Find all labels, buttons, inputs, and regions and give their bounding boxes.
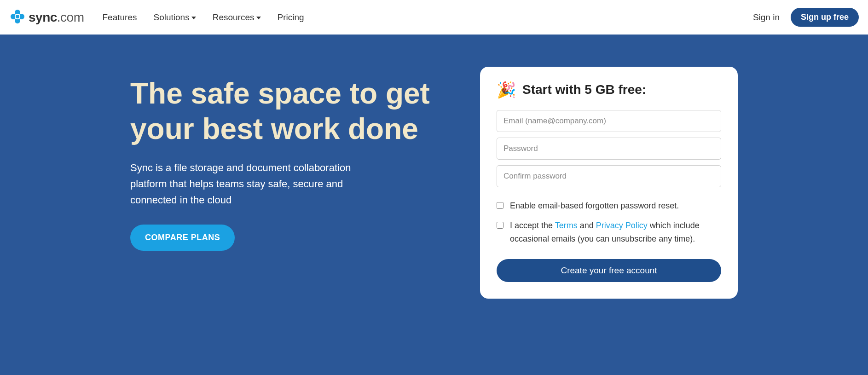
- chevron-down-icon: [256, 17, 261, 19]
- enable-reset-checkbox[interactable]: [497, 202, 503, 209]
- nav-features[interactable]: Features: [103, 12, 137, 23]
- nav-features-label: Features: [103, 12, 137, 23]
- accept-terms-checkbox[interactable]: [497, 222, 503, 229]
- main-nav: Features Solutions Resources Pricing: [103, 12, 304, 23]
- signup-card-title: 🎉 Start with 5 GB free:: [497, 81, 721, 99]
- signup-button[interactable]: Sign up free: [791, 8, 859, 27]
- party-icon: 🎉: [497, 81, 516, 99]
- signup-card-title-text: Start with 5 GB free:: [522, 82, 646, 97]
- hero-title: The safe space to get your best work don…: [130, 76, 452, 147]
- confirm-password-field[interactable]: [497, 165, 721, 187]
- nav-pricing-label: Pricing: [278, 12, 304, 23]
- and-text: and: [578, 221, 596, 230]
- hero-left: The safe space to get your best work don…: [130, 67, 452, 251]
- accept-terms-row: I accept the Terms and Privacy Policy wh…: [497, 219, 721, 246]
- terms-link[interactable]: Terms: [555, 221, 578, 230]
- nav-resources-label: Resources: [213, 12, 255, 23]
- chevron-down-icon: [191, 17, 196, 19]
- header-actions: Sign in Sign up free: [753, 8, 859, 27]
- email-field[interactable]: [497, 110, 721, 132]
- enable-reset-label: Enable email-based forgotten password re…: [510, 199, 721, 213]
- logo[interactable]: sync.com: [9, 8, 84, 27]
- accept-prefix-text: I accept the: [510, 221, 555, 230]
- logo-text: sync.com: [29, 10, 84, 25]
- hero-section: The safe space to get your best work don…: [0, 35, 868, 375]
- nav-resources[interactable]: Resources: [213, 12, 261, 23]
- nav-solutions-label: Solutions: [154, 12, 190, 23]
- enable-reset-row: Enable email-based forgotten password re…: [497, 199, 721, 213]
- nav-solutions[interactable]: Solutions: [154, 12, 196, 23]
- privacy-link[interactable]: Privacy Policy: [596, 221, 648, 230]
- signup-card: 🎉 Start with 5 GB free: Enable email-bas…: [480, 67, 738, 299]
- signin-link[interactable]: Sign in: [753, 12, 780, 23]
- nav-pricing[interactable]: Pricing: [278, 12, 304, 23]
- accept-terms-label: I accept the Terms and Privacy Policy wh…: [510, 219, 721, 246]
- site-header: sync.com Features Solutions Resources Pr…: [0, 0, 868, 35]
- hero-subtitle: Sync is a file storage and document coll…: [130, 160, 379, 208]
- svg-point-5: [16, 15, 19, 18]
- password-field[interactable]: [497, 138, 721, 160]
- create-account-button[interactable]: Create your free account: [497, 259, 721, 282]
- logo-icon: [9, 8, 26, 27]
- compare-plans-button[interactable]: COMPARE PLANS: [130, 225, 235, 251]
